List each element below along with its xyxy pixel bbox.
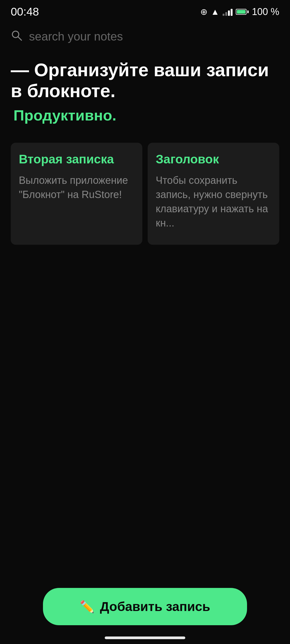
- home-indicator: [105, 636, 185, 639]
- add-note-button[interactable]: ✏️ Добавить запись: [43, 588, 247, 625]
- note-body-1: Выложить приложение "Блокнот" на RuStore…: [19, 173, 134, 202]
- hero-section: — Организуйте ваши записи в блокноте. Пр…: [0, 49, 290, 140]
- svg-line-1: [18, 37, 21, 40]
- status-time: 00:48: [11, 5, 39, 18]
- battery-percent: 100 %: [252, 6, 279, 17]
- note-title-1: Вторая записка: [19, 152, 134, 167]
- location-icon: ⊕: [200, 7, 208, 17]
- search-bar[interactable]: search your notes: [0, 21, 290, 49]
- search-icon: [11, 30, 23, 43]
- note-title-2: Заголовок: [156, 152, 271, 167]
- status-bar: 00:48 ⊕ ▲ 100 %: [0, 0, 290, 21]
- note-card-2[interactable]: Заголовок Чтобы сохранить запись, нужно …: [148, 143, 279, 245]
- note-body-2: Чтобы сохранить запись, нужно свернуть к…: [156, 173, 271, 230]
- search-placeholder: search your notes: [29, 30, 279, 43]
- hero-subtitle: Продуктивно.: [11, 107, 279, 124]
- notes-grid: Вторая записка Выложить приложение "Блок…: [0, 140, 290, 255]
- add-button-container: ✏️ Добавить запись: [43, 588, 247, 625]
- note-card-1[interactable]: Вторая записка Выложить приложение "Блок…: [11, 143, 142, 245]
- wifi-icon: ▲: [211, 7, 219, 17]
- signal-icon: [223, 8, 233, 16]
- battery-icon: [236, 9, 249, 15]
- hero-title: — Организуйте ваши записи в блокноте.: [11, 59, 279, 101]
- status-icons: ⊕ ▲ 100 %: [200, 6, 279, 17]
- add-button-label: Добавить запись: [100, 599, 210, 614]
- pencil-icon: ✏️: [80, 600, 95, 614]
